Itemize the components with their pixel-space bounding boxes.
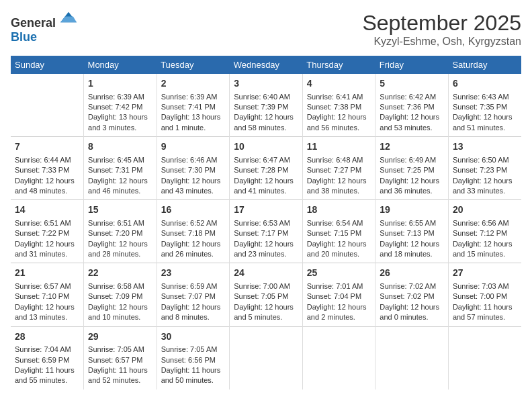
day-detail: Sunrise: 7:01 AMSunset: 7:04 PMDaylight:… <box>307 281 371 323</box>
day-number: 1 <box>88 77 152 91</box>
day-number: 24 <box>234 267 298 280</box>
day-cell <box>230 326 303 390</box>
day-number: 23 <box>161 267 226 280</box>
day-cell: 13Sunrise: 6:50 AMSunset: 7:23 PMDayligh… <box>448 137 521 200</box>
day-cell: 12Sunrise: 6:49 AMSunset: 7:25 PMDayligh… <box>375 137 449 200</box>
day-number: 3 <box>234 77 298 91</box>
day-detail: Sunrise: 6:50 AMSunset: 7:23 PMDaylight:… <box>453 155 517 197</box>
calendar-table: SundayMondayTuesdayWednesdayThursdayFrid… <box>11 56 521 390</box>
logo-text: General Blue <box>11 11 77 44</box>
col-header-tuesday: Tuesday <box>157 56 230 74</box>
day-number: 16 <box>161 203 226 217</box>
day-detail: Sunrise: 6:48 AMSunset: 7:27 PMDaylight:… <box>307 155 371 197</box>
day-cell: 29Sunrise: 7:05 AMSunset: 6:57 PMDayligh… <box>84 326 157 390</box>
day-detail: Sunrise: 6:44 AMSunset: 7:33 PMDaylight:… <box>15 155 79 197</box>
day-number: 25 <box>307 267 371 280</box>
day-number: 7 <box>15 140 79 154</box>
day-cell: 17Sunrise: 6:53 AMSunset: 7:17 PMDayligh… <box>230 200 303 263</box>
day-detail: Sunrise: 7:05 AMSunset: 6:57 PMDaylight:… <box>88 345 152 386</box>
day-detail: Sunrise: 7:00 AMSunset: 7:05 PMDaylight:… <box>234 281 298 323</box>
col-header-wednesday: Wednesday <box>230 56 303 74</box>
day-number: 2 <box>161 77 226 91</box>
logo-general: General <box>11 16 56 30</box>
day-detail: Sunrise: 6:52 AMSunset: 7:18 PMDaylight:… <box>161 218 226 260</box>
day-detail: Sunrise: 6:39 AMSunset: 7:41 PMDaylight:… <box>161 92 226 134</box>
day-number: 26 <box>380 267 444 280</box>
day-detail: Sunrise: 7:03 AMSunset: 7:00 PMDaylight:… <box>453 281 517 323</box>
day-cell <box>302 326 375 390</box>
location-title: Kyzyl-Eshme, Osh, Kyrgyzstan <box>362 36 521 48</box>
day-detail: Sunrise: 6:42 AMSunset: 7:36 PMDaylight:… <box>380 92 444 134</box>
day-detail: Sunrise: 6:49 AMSunset: 7:25 PMDaylight:… <box>380 155 444 197</box>
day-cell: 30Sunrise: 7:05 AMSunset: 6:56 PMDayligh… <box>157 326 230 390</box>
day-cell: 15Sunrise: 6:51 AMSunset: 7:20 PMDayligh… <box>84 200 157 263</box>
day-detail: Sunrise: 6:47 AMSunset: 7:28 PMDaylight:… <box>234 155 298 197</box>
day-cell: 18Sunrise: 6:54 AMSunset: 7:15 PMDayligh… <box>302 200 375 263</box>
day-cell: 3Sunrise: 6:40 AMSunset: 7:39 PMDaylight… <box>230 74 303 137</box>
day-cell: 19Sunrise: 6:55 AMSunset: 7:13 PMDayligh… <box>375 200 449 263</box>
day-number: 29 <box>88 330 152 344</box>
day-cell: 28Sunrise: 7:04 AMSunset: 6:59 PMDayligh… <box>11 326 84 390</box>
header-row: SundayMondayTuesdayWednesdayThursdayFrid… <box>11 56 521 74</box>
day-number: 19 <box>380 203 444 217</box>
col-header-saturday: Saturday <box>448 56 521 74</box>
day-number: 6 <box>453 77 517 91</box>
day-cell: 10Sunrise: 6:47 AMSunset: 7:28 PMDayligh… <box>230 137 303 200</box>
day-number: 12 <box>380 140 444 154</box>
day-number: 5 <box>380 77 444 91</box>
day-cell: 27Sunrise: 7:03 AMSunset: 7:00 PMDayligh… <box>448 263 521 326</box>
col-header-sunday: Sunday <box>11 56 84 74</box>
day-cell: 6Sunrise: 6:43 AMSunset: 7:35 PMDaylight… <box>448 74 521 137</box>
day-cell: 9Sunrise: 6:46 AMSunset: 7:30 PMDaylight… <box>157 137 230 200</box>
week-row-4: 21Sunrise: 6:57 AMSunset: 7:10 PMDayligh… <box>11 263 521 326</box>
day-cell: 4Sunrise: 6:41 AMSunset: 7:38 PMDaylight… <box>302 74 375 137</box>
day-cell: 26Sunrise: 7:02 AMSunset: 7:02 PMDayligh… <box>375 263 449 326</box>
day-number: 8 <box>88 140 152 154</box>
day-detail: Sunrise: 6:41 AMSunset: 7:38 PMDaylight:… <box>307 92 371 134</box>
col-header-monday: Monday <box>84 56 157 74</box>
day-detail: Sunrise: 6:55 AMSunset: 7:13 PMDaylight:… <box>380 218 444 260</box>
day-detail: Sunrise: 6:54 AMSunset: 7:15 PMDaylight:… <box>307 218 371 260</box>
day-number: 22 <box>88 267 152 280</box>
day-cell: 24Sunrise: 7:00 AMSunset: 7:05 PMDayligh… <box>230 263 303 326</box>
day-number: 11 <box>307 140 371 154</box>
day-cell: 14Sunrise: 6:51 AMSunset: 7:22 PMDayligh… <box>11 200 84 263</box>
day-detail: Sunrise: 6:56 AMSunset: 7:12 PMDaylight:… <box>453 218 517 260</box>
day-cell <box>11 74 84 137</box>
day-cell: 1Sunrise: 6:39 AMSunset: 7:42 PMDaylight… <box>84 74 157 137</box>
day-detail: Sunrise: 6:51 AMSunset: 7:22 PMDaylight:… <box>15 218 79 260</box>
day-cell: 25Sunrise: 7:01 AMSunset: 7:04 PMDayligh… <box>302 263 375 326</box>
day-detail: Sunrise: 6:57 AMSunset: 7:10 PMDaylight:… <box>15 281 79 323</box>
day-detail: Sunrise: 6:51 AMSunset: 7:20 PMDaylight:… <box>88 218 152 260</box>
day-number: 10 <box>234 140 298 154</box>
day-detail: Sunrise: 6:46 AMSunset: 7:30 PMDaylight:… <box>161 155 226 197</box>
day-detail: Sunrise: 6:58 AMSunset: 7:09 PMDaylight:… <box>88 281 152 323</box>
day-detail: Sunrise: 6:53 AMSunset: 7:17 PMDaylight:… <box>234 218 298 260</box>
logo-blue: Blue <box>11 30 37 44</box>
day-detail: Sunrise: 6:43 AMSunset: 7:35 PMDaylight:… <box>453 92 517 134</box>
day-cell <box>448 326 521 390</box>
day-detail: Sunrise: 6:59 AMSunset: 7:07 PMDaylight:… <box>161 281 226 323</box>
week-row-2: 7Sunrise: 6:44 AMSunset: 7:33 PMDaylight… <box>11 137 521 200</box>
day-detail: Sunrise: 7:05 AMSunset: 6:56 PMDaylight:… <box>161 345 226 386</box>
day-detail: Sunrise: 6:40 AMSunset: 7:39 PMDaylight:… <box>234 92 298 134</box>
week-row-1: 1Sunrise: 6:39 AMSunset: 7:42 PMDaylight… <box>11 74 521 137</box>
day-cell: 21Sunrise: 6:57 AMSunset: 7:10 PMDayligh… <box>11 263 84 326</box>
day-number: 18 <box>307 203 371 217</box>
day-number: 27 <box>453 267 517 280</box>
col-header-friday: Friday <box>375 56 449 74</box>
col-header-thursday: Thursday <box>302 56 375 74</box>
month-title: September 2025 <box>362 11 521 36</box>
day-number: 4 <box>307 77 371 91</box>
day-cell: 8Sunrise: 6:45 AMSunset: 7:31 PMDaylight… <box>84 137 157 200</box>
day-number: 30 <box>161 330 226 344</box>
week-row-3: 14Sunrise: 6:51 AMSunset: 7:22 PMDayligh… <box>11 200 521 263</box>
day-cell <box>375 326 449 390</box>
day-detail: Sunrise: 6:39 AMSunset: 7:42 PMDaylight:… <box>88 92 152 134</box>
day-number: 20 <box>453 203 517 217</box>
week-row-5: 28Sunrise: 7:04 AMSunset: 6:59 PMDayligh… <box>11 326 521 390</box>
day-cell: 22Sunrise: 6:58 AMSunset: 7:09 PMDayligh… <box>84 263 157 326</box>
day-number: 17 <box>234 203 298 217</box>
day-cell: 11Sunrise: 6:48 AMSunset: 7:27 PMDayligh… <box>302 137 375 200</box>
day-cell: 23Sunrise: 6:59 AMSunset: 7:07 PMDayligh… <box>157 263 230 326</box>
